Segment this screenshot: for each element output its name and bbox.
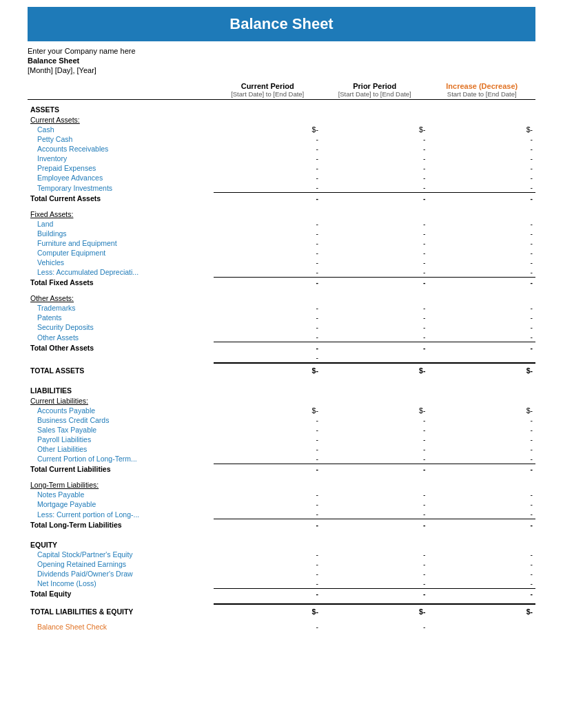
row-total-fixed-assets: Total Fixed Assets - - - <box>28 277 535 287</box>
row-cash: Cash $- $- $- <box>28 125 535 134</box>
prior-period-dates: [Start Date] to [End Date] <box>324 90 426 98</box>
row-total-liabilities-equity: TOTAL LIABILITIES & EQUITY $- $- $- <box>28 604 535 616</box>
current-period-header: Current Period <box>216 82 318 90</box>
row-total-current-liabilities: Total Current Liabilities - - - <box>28 464 535 474</box>
row-other-liabilities: Other Liabilities - - - <box>28 444 535 454</box>
row-trademarks: Trademarks - - - <box>28 303 535 313</box>
row-balance-sheet-check: Balance Sheet Check - - <box>28 622 535 632</box>
assets-section-header: ASSETS <box>28 100 535 115</box>
column-headers: Current Period [Start Date] to [End Date… <box>28 81 535 100</box>
row-capital-stock: Capital Stock/Partner's Equity - - - <box>28 550 535 559</box>
row-total-other-assets: Total Other Assets - - - <box>28 342 535 353</box>
current-period-dates: [Start Date] to [End Date] <box>216 90 318 98</box>
row-total-long-term-liabilities: Total Long-Term Liabilities - - - <box>28 519 535 530</box>
increase-dates: Start Date to [End Date] <box>431 90 533 98</box>
current-liabilities-header: Current Liabilities: <box>28 395 535 406</box>
increase-header: Increase (Decrease) <box>431 82 533 90</box>
row-temporary-investments: Temporary Investments - - - <box>28 183 535 193</box>
row-sales-tax-payable: Sales Tax Payable - - - <box>28 425 535 435</box>
row-security-deposits: Security Deposits - - - <box>28 322 535 332</box>
row-buildings: Buildings - - - <box>28 229 535 238</box>
row-opening-retained-earnings: Opening Retained Earnings - - - <box>28 559 535 569</box>
page-title: Balance Sheet <box>229 15 333 32</box>
row-total-current-assets: Total Current Assets - - - <box>28 193 535 203</box>
prior-period-header: Prior Period <box>324 82 426 90</box>
date-line: [Month] [Day], [Year] <box>28 66 535 74</box>
liabilities-section-header: LIABILITIES <box>28 381 535 395</box>
row-business-credit-cards: Business Credit Cards - - - <box>28 415 535 425</box>
sheet-name: Balance Sheet <box>28 56 535 65</box>
row-petty-cash: Petty Cash - - - <box>28 134 535 144</box>
row-mortgage-payable: Mortgage Payable - - - <box>28 499 535 509</box>
fixed-assets-header: Fixed Assets: <box>28 209 535 219</box>
title-banner: Balance Sheet <box>28 7 535 41</box>
row-blank-after-other: - <box>28 353 535 363</box>
long-term-liabilities-header: Long-Term Liabilities: <box>28 479 535 490</box>
row-less-current-portion-long: Less: Current portion of Long-... - - - <box>28 509 535 519</box>
other-assets-header: Other Assets: <box>28 293 535 303</box>
row-total-assets: TOTAL ASSETS $- $- $- <box>28 363 535 375</box>
row-total-equity: Total Equity - - - <box>28 588 535 599</box>
row-accounts-payable: Accounts Payable $- $- $- <box>28 406 535 415</box>
equity-section-header: EQUITY <box>28 535 535 550</box>
row-notes-payable: Notes Payable - - - <box>28 490 535 499</box>
row-computer-equipment: Computer Equipment - - - <box>28 248 535 258</box>
row-inventory: Inventory - - - <box>28 154 535 163</box>
current-assets-header: Current Assets: <box>28 114 535 125</box>
row-prepaid-expenses: Prepaid Expenses - - - <box>28 163 535 173</box>
row-other-assets: Other Assets - - - <box>28 332 535 342</box>
company-name: Enter your Company name here <box>28 47 535 55</box>
row-patents: Patents - - - <box>28 313 535 322</box>
row-payroll-liabilities: Payroll Liabilities - - - <box>28 435 535 444</box>
row-current-portion-long-term: Current Portion of Long-Term... - - - <box>28 454 535 464</box>
row-vehicles: Vehicles - - - <box>28 258 535 267</box>
row-land: Land - - - <box>28 219 535 229</box>
row-net-income: Net Income (Loss) - - - <box>28 579 535 589</box>
row-employee-advances: Employee Advances - - - <box>28 173 535 183</box>
row-accounts-receivables: Accounts Receivables - - - <box>28 144 535 154</box>
row-accumulated-depreciation: Less: Accumulated Depreciati... - - - <box>28 267 535 278</box>
row-dividends-paid: Dividends Paid/Owner's Draw - - - <box>28 569 535 579</box>
row-furniture-equipment: Furniture and Equipment - - - <box>28 238 535 248</box>
